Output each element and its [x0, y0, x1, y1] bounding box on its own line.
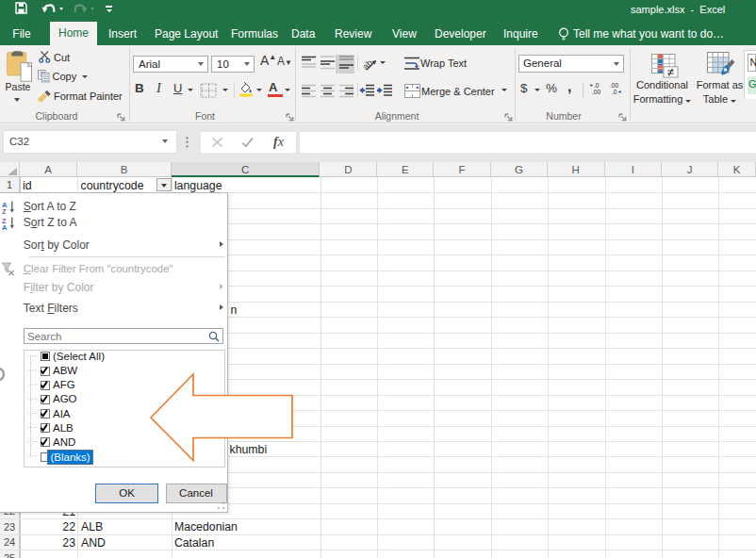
svg-text:.0: .0 [594, 82, 600, 89]
svg-text:.00: .00 [592, 89, 600, 95]
svg-text:.00: .00 [610, 82, 618, 89]
svg-text:A: A [2, 223, 8, 231]
svg-text:Z: Z [2, 207, 7, 215]
svg-text:.0: .0 [612, 89, 617, 95]
